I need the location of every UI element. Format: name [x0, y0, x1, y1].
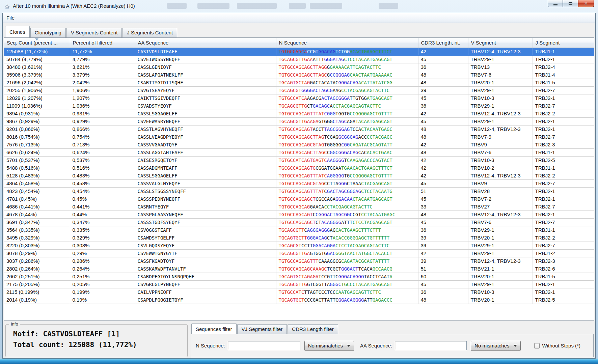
nseq-segment: CT — [316, 220, 321, 225]
minimize-button[interactable] — [548, 0, 563, 7]
aa-mismatch-select[interactable]: No mismatches — [471, 341, 520, 351]
n-mismatch-select[interactable]: No mismatches — [304, 341, 354, 351]
column-header-percent-of-filtered[interactable]: Percent of filtered — [70, 38, 135, 48]
aa-sequence-input[interactable] — [395, 341, 467, 350]
nseq-segment: GAACA — [310, 204, 324, 209]
table-row[interactable]: 2662 (0,251%)0,251%CSARDPFGTGYLNSNQPQHFT… — [4, 273, 594, 280]
close-button[interactable]: ✕ — [578, 0, 594, 7]
table-row[interactable]: 3564 (0,335%)0,335%CSVQGGSTEAFFTGCAGCGTT… — [4, 226, 594, 234]
column-header-cdr3-length-nt-[interactable]: CDR3 Length, nt. — [418, 38, 468, 48]
n-sequence-input[interactable] — [228, 341, 300, 350]
table-row[interactable]: 9894 (0,931%)0,931%CASSLSGGAGELFFTGTGCCA… — [4, 110, 594, 117]
column-header-seq-count-percent-[interactable]: Seq. Count (percent ... — [4, 38, 70, 48]
table-row[interactable]: 21696 (2,042%)2,042%CSARTTYGTDIISQHFTGCA… — [4, 79, 594, 86]
v-segment-cell: TRBV9 — [468, 141, 533, 148]
j-segment-cell: TRBJ2-1 — [533, 94, 594, 102]
maximize-button[interactable] — [563, 0, 578, 7]
table-row[interactable]: 2802 (0,264%)0,264%CASSKARWDFTANVLTFTGTG… — [4, 265, 594, 273]
nseq-segment: GACAGC — [313, 103, 330, 109]
tab-v-segments-content[interactable]: V Segments Content — [66, 28, 122, 37]
v-segment-cell: TRBV29-1 — [468, 280, 533, 288]
table-row[interactable]: 5128 (0,483%)0,483%CASSLSGGAGELFFTGTGCCA… — [4, 172, 594, 179]
cdr3-length-cell: 48 — [418, 148, 468, 156]
nseq-segment: TCACA — [358, 266, 373, 272]
table-row[interactable]: 5488 (0,516%)0,516%CASSADGMNTEAFFTGCGCCA… — [4, 164, 594, 172]
column-header-n-sequence[interactable]: N Sequence — [276, 38, 418, 48]
table-row[interactable]: 125088 (11,772%)11,772%CASTVDSLDTEAFFTGT… — [4, 48, 594, 55]
column-header-aa-sequence[interactable]: AA Sequence — [135, 38, 276, 48]
tab-clones[interactable]: Clones — [5, 26, 30, 37]
table-row[interactable]: 4864 (0,458%)0,458%CASSVALGLNYEQYFTGTGCC… — [4, 179, 594, 187]
table-row[interactable]: 4686 (0,441%)0,441%CASRNTYEQYFTGTGCCAGCA… — [4, 203, 594, 211]
table-row[interactable]: 3691 (0,347%)0,347%CASSSTGDFSYEQYFTGTGCC… — [4, 218, 594, 226]
n-sequence-cell: TGTGCCAGCAGCTTAGTCGAGGCGGGAGACCCCTACGAGC — [276, 133, 418, 141]
title-bar: After 10 month Illumina A (With AEC2 (Re… — [0, 0, 598, 13]
v-segment-cell: TRBV29-1 — [468, 226, 533, 234]
seq-count-cell: 8016 (0,754%) — [4, 133, 70, 141]
aa-sequence-cell: CSAPDLFGQGIETQYF — [135, 296, 276, 304]
j-segment-cell: TRBJ2-7 — [533, 242, 594, 249]
n-sequence-cell: TGTGCCAGCAGTTTCAAAGGCGCAGATACGCAGTATTTT — [276, 257, 418, 265]
table-row[interactable]: 4781 (0,45%)0,45%CASSSPEDNYNEQFFTGTGCCAG… — [4, 195, 594, 203]
table-row[interactable]: 3078 (0,29%)0,29%CSVEWWTGNYGYTFTGCAGCGTT… — [4, 249, 594, 257]
table-row[interactable]: 11009 (1,036%)1,036%CSVADSTYEQYFTGCAGCGT… — [4, 102, 594, 110]
table-row[interactable]: 20255 (1,906%)1,906%CSVGTSEAYEQYFTGCAGCG… — [4, 86, 594, 94]
table-row[interactable]: 9867 (0,929%)0,929%CSVEEWASRYNEQFFTGCAGC… — [4, 117, 594, 125]
j-segment-cell: TRBJ2-5 — [533, 296, 594, 304]
nseq-segment: ACATTATATCGG — [358, 80, 392, 85]
aa-sequence-label: AA Sequence: — [360, 343, 392, 348]
filter-tab-sequences-filter[interactable]: Sequences filter — [191, 324, 237, 334]
nseq-segment: GAAAACATTCAGTACTTC — [330, 64, 381, 70]
v-segment-cell: TRBV29-1 — [468, 55, 533, 63]
nseq-segment: C — [304, 227, 307, 233]
percent-cell: 0,205% — [70, 280, 135, 288]
table-row[interactable]: 5701 (0,537%)0,537%CAISESRGQETQYFTGTGCCA… — [4, 156, 594, 164]
table-row[interactable]: 8016 (0,754%)0,754%CASSLVEAGDPYEQYFTGTGC… — [4, 133, 594, 141]
without-stops-checkbox[interactable] — [534, 343, 540, 348]
table-row[interactable]: 12829 (1,207%)1,207%CAIKTTSGIVDEQFFTGTGC… — [4, 94, 594, 102]
menu-file[interactable]: File — [3, 13, 18, 23]
nseq-segment: CTACAATGAGC — [361, 127, 392, 132]
cdr3-length-cell: 45 — [418, 218, 468, 226]
nseq-segment: TGTGCCATCA — [279, 95, 307, 101]
nseq-segment: G — [327, 64, 330, 70]
table-row[interactable]: 2115 (0,199%)0,199%CAILVPPNEQFFTGTGCCATC… — [4, 288, 594, 296]
table-row[interactable]: 3037 (0,286%)0,286%CASSFKGADTQYFTGTGCCAG… — [4, 257, 594, 265]
nseq-segment: CGGATGGAA — [316, 165, 341, 171]
table-row[interactable]: 3220 (0,303%)0,303%CSVLGQDSYEQYFTGCAGCGT… — [4, 242, 594, 249]
nseq-segment: CGGGACTAGCGGC — [316, 212, 353, 217]
j-segment-cell: TRBJ2-5 — [533, 156, 594, 164]
table-row[interactable]: 9201 (0,866%)0,866%CASSTLAGVHYNEQFFTGTGC… — [4, 125, 594, 133]
filter-tab-vj-segments-filter[interactable]: VJ Segments filter — [237, 324, 287, 334]
column-header-j-segment[interactable]: J Segment — [533, 38, 594, 48]
tab-j-segments-content[interactable]: J Segments Content — [123, 28, 177, 37]
table-row[interactable]: 38480 (3,621%)3,621%CASSLGENIQYFTGTGCCAG… — [4, 63, 594, 71]
nseq-segment: AAGGGG — [327, 158, 344, 163]
nseq-segment: CCTACAATGAGC — [361, 212, 395, 217]
nseq-segment: TGTGCCAGCAG — [279, 204, 310, 209]
n-sequence-cell: TGTGCCATCAGTGAGTCAAGGGGTCAAGAGACCCAGTACT — [276, 156, 418, 164]
table-row[interactable]: 50784 (4,779%)4,779%CSVEIWDSSYNEQFFTGCAG… — [4, 55, 594, 63]
table-row[interactable]: 6626 (0,624%)0,624%CASSLAGGTAHTEAFFTGTGC… — [4, 148, 594, 156]
cdr3-length-cell: 48 — [418, 79, 468, 86]
table-row[interactable]: 4678 (0,44%)0,44%CASSPGLAASYNEQFFTGTGCCA… — [4, 211, 594, 218]
aa-sequence-cell: CSVLGQDSYEQYF — [135, 242, 276, 249]
nseq-segment: GTGGTG — [310, 251, 327, 256]
table-row[interactable]: 2175 (0,205%)0,205%CSVGRLGLPYNEQFFTGCAGC… — [4, 280, 594, 288]
filter-tab-cdr3-length-filter[interactable]: CDR3 Length filter — [288, 324, 338, 334]
column-header-v-segment[interactable]: V Segment — [468, 38, 533, 48]
j-segment-cell: TRBJ2-1 — [533, 55, 594, 63]
seq-count-cell: 50784 (4,779%) — [4, 55, 70, 63]
table-row[interactable]: 2014 (0,19%)0,19%CSAPDLFGQGIETQYFTGCAGTG… — [4, 296, 594, 304]
table-row[interactable]: 35906 (3,379%)3,379%CASSLAPGATNEKLFFTGTG… — [4, 71, 594, 79]
table-row[interactable]: 4823 (0,454%)0,454%CASSLSTSGSSYNEQFFTGTG… — [4, 187, 594, 195]
nseq-segment: CCGGGAG — [330, 72, 350, 78]
percent-cell: 0,44% — [70, 211, 135, 218]
n-sequence-cell: TGTGCCAGCAGGAACACCTACGAGCAGTACTTC — [276, 203, 418, 211]
seq-count-cell: 38480 (3,621%) — [4, 63, 70, 71]
table-row[interactable]: 3495 (0,329%)0,329%CSAWDSYTGELFFTGCAGTGC… — [4, 234, 594, 242]
nseq-segment: TGTGCCAGCAGCT — [279, 196, 316, 202]
seq-count-cell: 2802 (0,264%) — [4, 265, 70, 273]
table-row[interactable]: 7576 (0,713%)0,713%CASSVVGAADTQYFTGTGCCA… — [4, 141, 594, 148]
tab-clonotyping[interactable]: Clonotyping — [30, 28, 66, 37]
